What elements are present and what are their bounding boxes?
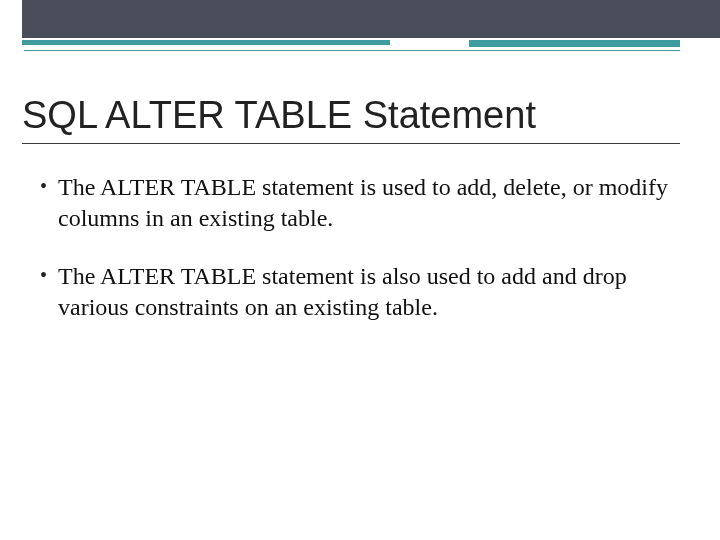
- header-band: [0, 0, 720, 38]
- bullet-item: • The ALTER TABLE statement is used to a…: [40, 172, 670, 233]
- bullet-text: The ALTER TABLE statement is also used t…: [58, 261, 670, 322]
- bullet-text: The ALTER TABLE statement is used to add…: [58, 172, 670, 233]
- slide-body: • The ALTER TABLE statement is used to a…: [40, 172, 670, 351]
- slide-title: SQL ALTER TABLE Statement: [22, 94, 680, 144]
- slide: SQL ALTER TABLE Statement • The ALTER TA…: [0, 0, 720, 540]
- bullet-icon: •: [40, 172, 58, 200]
- header-band-fill: [22, 0, 720, 38]
- header-band-gap: [0, 0, 22, 38]
- accent-bar-right: [469, 40, 680, 47]
- accent-bar-left: [22, 40, 390, 45]
- bullet-item: • The ALTER TABLE statement is also used…: [40, 261, 670, 322]
- bullet-icon: •: [40, 261, 58, 289]
- accent-underline: [24, 50, 680, 51]
